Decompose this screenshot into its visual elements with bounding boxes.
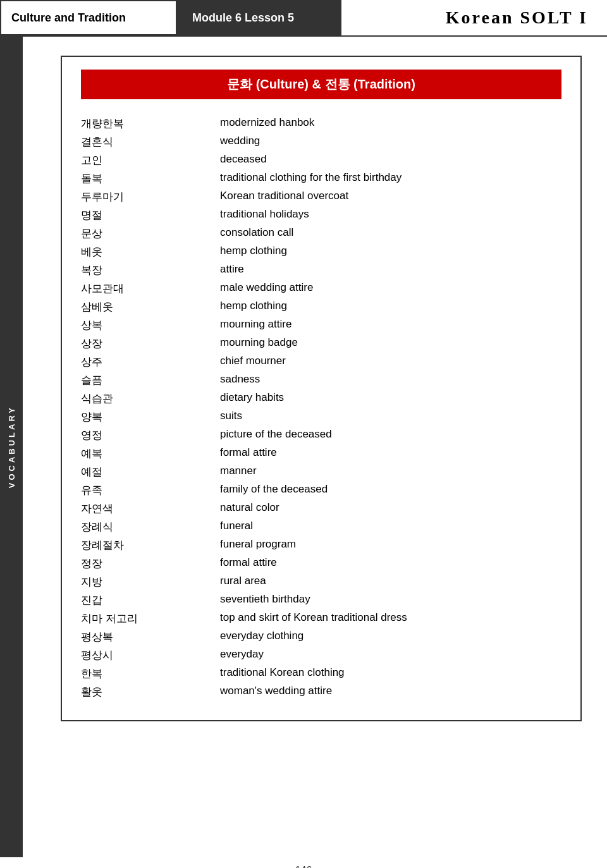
vocab-korean: 결혼식 bbox=[81, 133, 220, 151]
vocab-row: 예복formal attire bbox=[81, 444, 561, 463]
vocab-korean: 베옷 bbox=[81, 243, 220, 261]
vocab-row: 명절traditional holidays bbox=[81, 206, 561, 224]
vocab-row: 활옷woman's wedding attire bbox=[81, 683, 561, 701]
vocab-korean: 슬픔 bbox=[81, 371, 220, 389]
sidebar-vocabulary: VOCABULARY bbox=[0, 37, 23, 857]
vocabulary-table: 개량한복modernized hanbok결혼식wedding고인decease… bbox=[81, 114, 561, 701]
page-header: Culture and Tradition Module 6 Lesson 5 … bbox=[0, 0, 607, 37]
vocab-english: male wedding attire bbox=[220, 279, 561, 298]
vocab-row: 예절manner bbox=[81, 463, 561, 481]
vocab-row: 자연색natural color bbox=[81, 499, 561, 518]
vocab-row: 상주chief mourner bbox=[81, 353, 561, 371]
vocab-english: dietary habits bbox=[220, 389, 561, 408]
vocab-english: top and skirt of Korean traditional dres… bbox=[220, 609, 561, 628]
vocab-row: 유족family of the deceased bbox=[81, 481, 561, 499]
vocab-row: 장례절차funeral program bbox=[81, 536, 561, 554]
vocab-english: hemp clothing bbox=[220, 298, 561, 316]
vocab-english: funeral bbox=[220, 518, 561, 536]
vocab-row: 평상시everyday bbox=[81, 646, 561, 664]
vocab-korean: 예복 bbox=[81, 444, 220, 463]
vocab-row: 두루마기Korean traditional overcoat bbox=[81, 188, 561, 206]
vocab-row: 사모관대male wedding attire bbox=[81, 279, 561, 298]
vocab-korean: 활옷 bbox=[81, 683, 220, 701]
vocab-english: formal attire bbox=[220, 444, 561, 463]
vocab-korean: 장례절차 bbox=[81, 536, 220, 554]
vocab-row: 개량한복modernized hanbok bbox=[81, 114, 561, 133]
vocab-row: 진갑seventieth birthday bbox=[81, 591, 561, 609]
vocab-row: 삼베옷hemp clothing bbox=[81, 298, 561, 316]
vocab-korean: 치마 저고리 bbox=[81, 609, 220, 628]
vocab-korean: 영정 bbox=[81, 426, 220, 444]
vocab-english: natural color bbox=[220, 499, 561, 518]
module-label: Module 6 Lesson 5 bbox=[177, 0, 341, 35]
vocab-korean: 삼베옷 bbox=[81, 298, 220, 316]
vocab-row: 치마 저고리top and skirt of Korean traditiona… bbox=[81, 609, 561, 628]
vocab-row: 문상consolation call bbox=[81, 224, 561, 243]
vocab-korean: 평상복 bbox=[81, 628, 220, 646]
page-title: Korean SOLT I bbox=[341, 0, 607, 35]
vocab-english: rural area bbox=[220, 573, 561, 591]
vocab-english: picture of the deceased bbox=[220, 426, 561, 444]
vocab-english: modernized hanbok bbox=[220, 114, 561, 133]
breadcrumb-text: Culture and Tradition bbox=[11, 11, 126, 25]
vocab-korean: 자연색 bbox=[81, 499, 220, 518]
vocab-korean: 양복 bbox=[81, 408, 220, 426]
vocab-korean: 문상 bbox=[81, 224, 220, 243]
breadcrumb: Culture and Tradition bbox=[0, 0, 177, 35]
vocab-english: seventieth birthday bbox=[220, 591, 561, 609]
main-content: 문화 (Culture) & 전통 (Tradition) 개량한복modern… bbox=[23, 37, 607, 852]
vocab-english: attire bbox=[220, 261, 561, 279]
vocab-english: funeral program bbox=[220, 536, 561, 554]
module-text: Module 6 Lesson 5 bbox=[192, 11, 294, 25]
vocab-english: hemp clothing bbox=[220, 243, 561, 261]
vocab-row: 평상복everyday clothing bbox=[81, 628, 561, 646]
vocab-english: consolation call bbox=[220, 224, 561, 243]
vocab-korean: 명절 bbox=[81, 206, 220, 224]
vocab-row: 장례식funeral bbox=[81, 518, 561, 536]
vocab-korean: 상장 bbox=[81, 334, 220, 353]
vocab-korean: 지방 bbox=[81, 573, 220, 591]
vocab-row: 슬픔sadness bbox=[81, 371, 561, 389]
vocab-korean: 유족 bbox=[81, 481, 220, 499]
vocab-korean: 식습관 bbox=[81, 389, 220, 408]
vocab-english: traditional holidays bbox=[220, 206, 561, 224]
vocabulary-box: 문화 (Culture) & 전통 (Tradition) 개량한복modern… bbox=[61, 56, 582, 721]
vocab-korean: 사모관대 bbox=[81, 279, 220, 298]
vocab-english: mourning badge bbox=[220, 334, 561, 353]
vocab-korean: 예절 bbox=[81, 463, 220, 481]
vocab-korean: 한복 bbox=[81, 664, 220, 683]
vocab-header: 문화 (Culture) & 전통 (Tradition) bbox=[81, 70, 561, 99]
vocab-korean: 상복 bbox=[81, 316, 220, 334]
vocab-english: chief mourner bbox=[220, 353, 561, 371]
vocab-row: 복장attire bbox=[81, 261, 561, 279]
vocab-korean: 돌복 bbox=[81, 169, 220, 188]
vocab-row: 지방rural area bbox=[81, 573, 561, 591]
vocab-english: traditional Korean clothing bbox=[220, 664, 561, 683]
vocab-korean: 정장 bbox=[81, 554, 220, 573]
vocab-korean: 상주 bbox=[81, 353, 220, 371]
vocab-row: 양복suits bbox=[81, 408, 561, 426]
vocab-english: deceased bbox=[220, 151, 561, 169]
vocab-english: mourning attire bbox=[220, 316, 561, 334]
vocab-row: 정장formal attire bbox=[81, 554, 561, 573]
vocab-row: 결혼식wedding bbox=[81, 133, 561, 151]
page-number: 146 bbox=[0, 852, 607, 868]
vocab-english: traditional clothing for the first birth… bbox=[220, 169, 561, 188]
vocab-row: 베옷hemp clothing bbox=[81, 243, 561, 261]
vocab-english: everyday bbox=[220, 646, 561, 664]
vocab-english: manner bbox=[220, 463, 561, 481]
sidebar-label: VOCABULARY bbox=[7, 405, 16, 488]
vocab-english: sadness bbox=[220, 371, 561, 389]
vocab-row: 식습관dietary habits bbox=[81, 389, 561, 408]
vocab-english: Korean traditional overcoat bbox=[220, 188, 561, 206]
vocab-korean: 개량한복 bbox=[81, 114, 220, 133]
vocab-english: family of the deceased bbox=[220, 481, 561, 499]
vocab-korean: 장례식 bbox=[81, 518, 220, 536]
vocab-row: 상복mourning attire bbox=[81, 316, 561, 334]
vocab-korean: 고인 bbox=[81, 151, 220, 169]
vocab-korean: 두루마기 bbox=[81, 188, 220, 206]
vocab-english: wedding bbox=[220, 133, 561, 151]
vocab-korean: 평상시 bbox=[81, 646, 220, 664]
vocab-english: woman's wedding attire bbox=[220, 683, 561, 701]
vocab-row: 영정picture of the deceased bbox=[81, 426, 561, 444]
